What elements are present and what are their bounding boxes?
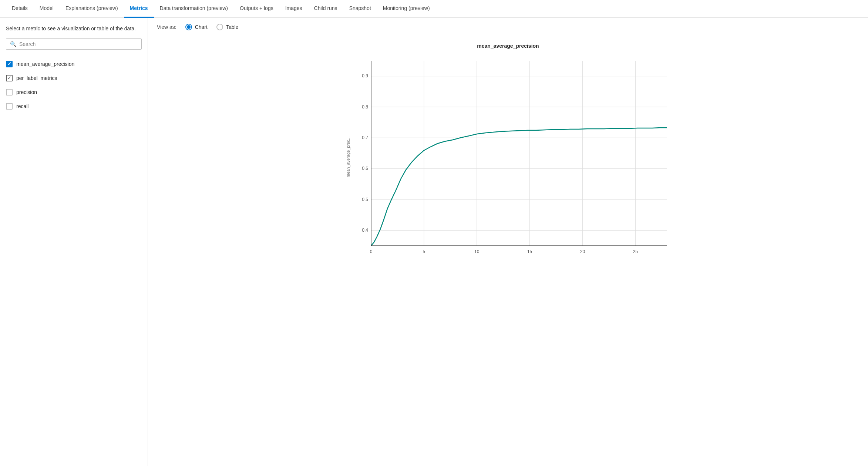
view-as-row: View as: Chart Table [157,24,859,30]
metric-item-per-label-metrics[interactable]: ✓ per_label_metrics [6,71,142,85]
metric-label-precision: precision [16,89,37,95]
radio-table[interactable]: Table [216,24,238,30]
svg-text:0.7: 0.7 [362,135,368,140]
chart-wrap: mean_average_precision [342,43,674,268]
tab-monitoring[interactable]: Monitoring (preview) [377,0,436,18]
checkbox-per-label-metrics[interactable]: ✓ [6,75,13,81]
panel-description: Select a metric to see a visualization o… [6,25,142,33]
svg-text:0.4: 0.4 [362,228,368,233]
svg-text:0.5: 0.5 [362,197,368,202]
search-input[interactable] [19,41,138,47]
svg-text:0.8: 0.8 [362,104,368,110]
svg-text:0.6: 0.6 [362,166,368,171]
svg-text:5: 5 [423,249,425,254]
checkbox-mean-average-precision[interactable]: ✓ [6,61,13,67]
radio-circle-chart[interactable] [185,24,192,30]
radio-label-table: Table [226,24,238,30]
left-panel: Select a metric to see a visualization o… [0,18,148,466]
right-panel: View as: Chart Table mean_average_precis… [148,18,868,466]
metric-item-recall[interactable]: recall [6,99,142,113]
tab-snapshot[interactable]: Snapshot [343,0,377,18]
radio-chart[interactable]: Chart [185,24,208,30]
chart-line [371,128,667,246]
tab-model[interactable]: Model [34,0,60,18]
tab-child-runs[interactable]: Child runs [308,0,343,18]
search-box[interactable]: 🔍 [6,38,142,50]
radio-inner-chart [187,25,191,29]
main-layout: Select a metric to see a visualization o… [0,18,868,466]
svg-text:0: 0 [370,249,373,254]
chart-title: mean_average_precision [342,43,674,49]
tab-details[interactable]: Details [6,0,34,18]
tab-metrics[interactable]: Metrics [124,0,154,18]
radio-circle-table[interactable] [216,24,223,30]
svg-text:25: 25 [633,249,638,254]
checkmark-icon: ✓ [7,75,11,81]
tab-outputs-logs[interactable]: Outputs + logs [234,0,279,18]
radio-label-chart: Chart [195,24,208,30]
svg-text:15: 15 [527,249,532,254]
view-as-label: View as: [157,24,176,30]
chart-svg: 0.9 0.8 0.7 0.6 0.5 0.4 0 5 10 15 20 25 … [342,53,674,268]
svg-text:20: 20 [580,249,585,254]
tab-images[interactable]: Images [279,0,308,18]
metric-item-precision[interactable]: precision [6,85,142,99]
metric-label-per-label-metrics: per_label_metrics [16,75,57,81]
metric-label-recall: recall [16,103,28,109]
top-navigation: Details Model Explanations (preview) Met… [0,0,868,18]
checkbox-precision[interactable] [6,89,13,95]
svg-rect-0 [371,61,667,246]
metric-label-mean-average-precision: mean_average_precision [16,61,74,67]
svg-text:10: 10 [474,249,480,254]
svg-text:0.9: 0.9 [362,73,368,78]
tab-data-transformation[interactable]: Data transformation (preview) [154,0,234,18]
tab-explanations[interactable]: Explanations (preview) [60,0,124,18]
checkbox-recall[interactable] [6,103,13,110]
search-icon: 🔍 [10,41,16,47]
chart-container: mean_average_precision [157,39,859,268]
checkmark-icon: ✓ [7,61,11,67]
svg-text:mean_average_prec...: mean_average_prec... [346,137,350,177]
metric-item-mean-average-precision[interactable]: ✓ mean_average_precision [6,57,142,71]
